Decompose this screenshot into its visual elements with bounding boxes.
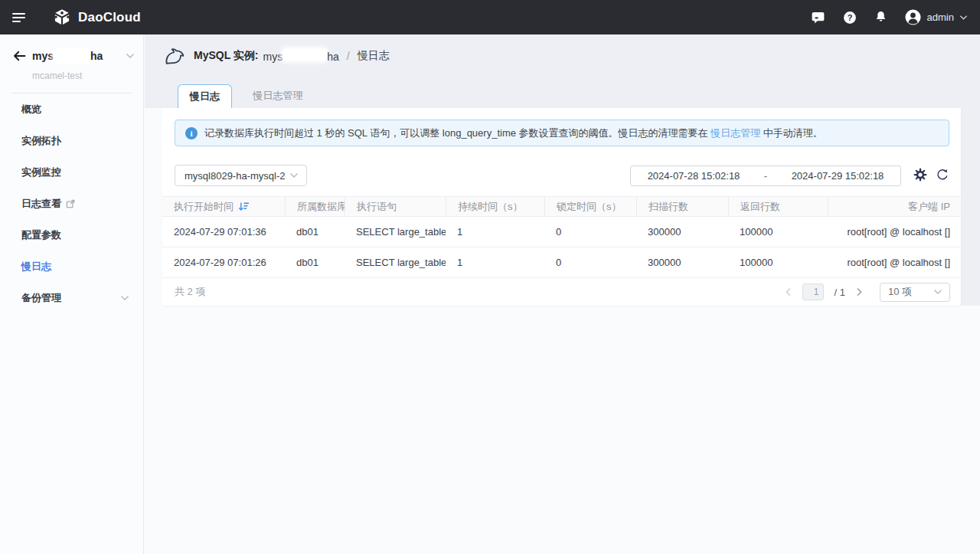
sidebar-item-monitoring[interactable]: 实例监控 — [0, 156, 143, 188]
redacted-text — [283, 49, 326, 61]
pod-select[interactable]: mysql8029-ha-mysql-2 — [175, 165, 307, 186]
col-lock-time: 锁定时间（s） — [544, 197, 636, 216]
mysql-dolphin-icon — [163, 45, 186, 67]
sidebar-item-slowlog[interactable]: 慢日志 — [0, 251, 143, 282]
col-database: 所属数据库 — [285, 197, 345, 216]
col-duration: 持续时间（s） — [446, 197, 544, 216]
message-icon[interactable] — [810, 9, 826, 25]
back-arrow-icon[interactable] — [12, 50, 26, 62]
main-content: MySQL 实例: mysha / 慢日志 慢日志 慢日志管理 i 记录数据库执… — [145, 34, 980, 554]
chevron-down-icon[interactable] — [126, 53, 135, 59]
col-statement: 执行语句 — [345, 197, 446, 216]
breadcrumb: MySQL 实例: mysha / 慢日志 — [194, 49, 390, 63]
breadcrumb-separator: / — [347, 50, 350, 62]
divider — [11, 93, 132, 93]
date-range-picker[interactable]: 2024-07-28 15:02:18 - 2024-07-29 15:02:1… — [630, 166, 901, 186]
total-count-label: 共 2 项 — [175, 285, 205, 299]
page-gutter — [961, 108, 980, 306]
sidebar-menu: 概览 实例拓扑 实例监控 日志查看 配置参数 慢日志 备份管理 — [0, 93, 143, 313]
hamburger-menu-icon[interactable] — [12, 11, 29, 25]
redacted-text — [54, 51, 90, 62]
chevron-down-icon — [959, 15, 968, 21]
chevron-down-icon — [289, 172, 299, 179]
help-icon[interactable]: ? — [842, 10, 858, 25]
next-page-icon[interactable] — [856, 287, 863, 297]
sidebar-item-parameters[interactable]: 配置参数 — [0, 219, 143, 251]
notifications-bell-icon[interactable] — [874, 10, 888, 25]
username-label: admin — [927, 11, 954, 23]
external-link-icon — [66, 199, 75, 208]
instance-name: mysha — [263, 49, 339, 63]
table-header-row: 执行开始时间 所属数据库 执行语句 持续时间（s） 锁定时间（s） 扫描行数 返… — [162, 196, 961, 217]
sort-descending-icon[interactable] — [238, 202, 250, 211]
col-client-ip: 客户端 IP — [828, 197, 961, 216]
instance-selector[interactable]: mysha — [32, 50, 103, 62]
chevron-down-icon — [933, 289, 942, 295]
svg-text:?: ? — [847, 12, 852, 21]
table-footer: 共 2 项 / 1 10 项 — [162, 278, 961, 306]
content-card: i 记录数据库执行时间超过 1 秒的 SQL 语句，可以调整 long_quer… — [162, 108, 961, 306]
page-title-label: MySQL 实例: — [194, 49, 259, 63]
avatar-icon — [904, 8, 922, 26]
topbar: DaoCloud ? admin — [0, 0, 980, 34]
info-icon: i — [185, 127, 198, 139]
brand-name: DaoCloud — [78, 10, 141, 25]
page-size-select[interactable]: 10 项 — [880, 283, 950, 302]
brand-logo[interactable]: DaoCloud — [52, 8, 141, 28]
tab-slowlog[interactable]: 慢日志 — [178, 84, 232, 108]
pagination: / 1 10 项 — [785, 283, 950, 302]
breadcrumb-current: 慢日志 — [358, 49, 390, 63]
user-menu[interactable]: admin — [904, 8, 968, 26]
date-end-input[interactable]: 2024-07-29 15:02:18 — [775, 170, 900, 182]
sidebar-item-logs[interactable]: 日志查看 — [0, 188, 143, 219]
page-total-label: / 1 — [835, 287, 845, 298]
slowlog-table: 执行开始时间 所属数据库 执行语句 持续时间（s） 锁定时间（s） 扫描行数 返… — [162, 196, 961, 278]
date-start-input[interactable]: 2024-07-28 15:02:18 — [631, 170, 756, 182]
col-rows-examined: 扫描行数 — [636, 197, 728, 216]
sidebar-item-topology[interactable]: 实例拓扑 — [0, 125, 143, 156]
col-start-time: 执行开始时间 — [162, 197, 285, 216]
table-row: 2024-07-29 07:01:26 db01 SELECT large_ta… — [162, 247, 961, 278]
refresh-icon[interactable] — [936, 168, 949, 182]
prev-page-icon[interactable] — [785, 287, 792, 297]
page-number-input[interactable] — [802, 284, 824, 300]
chevron-down-icon — [120, 295, 129, 301]
settings-gear-icon[interactable] — [913, 168, 927, 182]
sidebar-item-overview[interactable]: 概览 — [0, 93, 143, 125]
banner-text: 记录数据库执行时间超过 1 秒的 SQL 语句，可以调整 long_query_… — [204, 126, 823, 140]
project-label: mcamel-test — [32, 70, 82, 81]
sidebar-item-backup[interactable]: 备份管理 — [0, 282, 143, 313]
table-row: 2024-07-29 07:01:36 db01 SELECT large_ta… — [162, 217, 961, 247]
sidebar: mysha mcamel-test 概览 实例拓扑 实例监控 日志查看 配置参数… — [0, 34, 144, 554]
tab-slowlog-management[interactable]: 慢日志管理 — [232, 84, 324, 108]
date-range-separator: - — [756, 170, 775, 182]
slowlog-management-link[interactable]: 慢日志管理 — [710, 127, 760, 139]
daocloud-logo-icon — [52, 8, 72, 28]
col-rows-sent: 返回行数 — [728, 197, 828, 216]
tab-bar: 慢日志 慢日志管理 — [178, 84, 324, 108]
info-banner: i 记录数据库执行时间超过 1 秒的 SQL 语句，可以调整 long_quer… — [175, 120, 949, 146]
